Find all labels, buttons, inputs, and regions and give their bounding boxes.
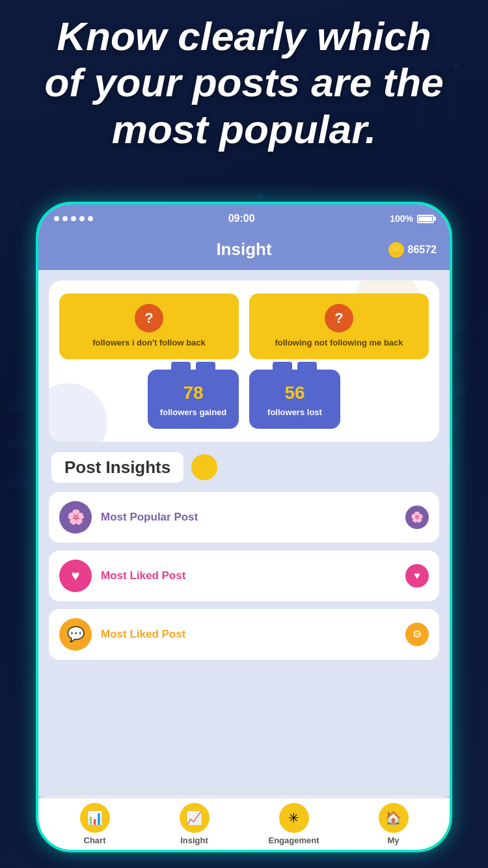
- stats-top-row: ? followers i don't follow back ? follow…: [59, 293, 429, 359]
- followers-gained-label: followers gained: [160, 407, 227, 418]
- chart-nav-label: Chart: [84, 835, 106, 845]
- svg-marker-15: [7, 468, 33, 488]
- chart-nav-icon: 📊: [80, 803, 110, 833]
- headline: Know clearly which of your posts are the…: [0, 13, 488, 152]
- my-nav-icon: 🏠: [379, 803, 409, 833]
- most-liked-post-row-pink[interactable]: ♥ Most Liked Post ♥: [49, 550, 439, 601]
- liked-post-symbol-pink: ♥: [71, 567, 79, 584]
- nav-item-insight[interactable]: 📈 Insight: [144, 803, 244, 845]
- bottom-nav: 📊 Chart 📈 Insight ✳ Engagement 🏠 My: [38, 798, 450, 850]
- status-time: 09:00: [228, 213, 255, 224]
- popular-post-symbol: 🌸: [67, 509, 85, 526]
- liked-post-label-pink: Most Liked Post: [101, 569, 185, 582]
- status-right: 100%: [390, 213, 434, 224]
- engagement-nav-label: Engagement: [268, 835, 319, 845]
- following-not-back-box[interactable]: ? following not following me back: [249, 293, 429, 359]
- following-not-back-label: following not following me back: [275, 338, 403, 349]
- nav-item-engagement[interactable]: ✳ Engagement: [244, 803, 344, 845]
- followers-not-following-label: followers i don't follow back: [92, 338, 206, 349]
- liked-post-label-yellow: Most Liked Post: [101, 628, 185, 641]
- coin-icon: 🪙: [388, 242, 404, 258]
- app-title: Insight: [216, 239, 271, 260]
- my-nav-label: My: [387, 835, 399, 845]
- svg-rect-19: [452, 416, 462, 426]
- app-content: ? followers i don't follow back ? follow…: [38, 270, 450, 796]
- post-insights-title: Post Insights: [51, 452, 183, 483]
- phone-frame: 09:00 100% Insight 🪙 86572 ? followers i…: [36, 202, 452, 852]
- followers-lost-label: followers lost: [267, 407, 322, 418]
- stats-bottom-row: 78 followers gained 56 followers lost: [59, 370, 429, 429]
- popular-post-icon: 🌸: [59, 501, 92, 534]
- post-insights-header: Post Insights: [49, 452, 439, 483]
- svg-rect-18: [451, 384, 463, 396]
- post-row-left-2: ♥ Most Liked Post: [59, 560, 185, 592]
- post-row-left-1: 🌸 Most Popular Post: [59, 501, 198, 534]
- most-liked-post-row-yellow[interactable]: 💬 Most Liked Post ⚙: [49, 609, 439, 660]
- popular-post-label: Most Popular Post: [101, 511, 198, 524]
- battery-icon: [417, 215, 434, 223]
- battery-percent: 100%: [390, 213, 413, 224]
- svg-point-4: [257, 192, 264, 198]
- question-icon-2: ?: [325, 304, 353, 332]
- liked-post-icon-pink: ♥: [59, 560, 92, 592]
- most-popular-post-row[interactable]: 🌸 Most Popular Post 🌸: [49, 492, 439, 543]
- svg-marker-14: [7, 429, 33, 449]
- liked-post-right-icon-pink: ♥: [405, 564, 429, 588]
- coin-amount: 86572: [408, 244, 437, 256]
- followers-gained-box[interactable]: 78 followers gained: [148, 370, 239, 429]
- app-header: Insight 🪙 86572: [38, 233, 450, 270]
- signal-dots: [54, 216, 93, 221]
- svg-marker-13: [7, 390, 33, 410]
- followers-lost-box[interactable]: 56 followers lost: [249, 370, 340, 429]
- svg-rect-17: [452, 351, 462, 361]
- popular-post-right-icon: 🌸: [405, 506, 429, 529]
- followers-not-following-box[interactable]: ? followers i don't follow back: [59, 293, 239, 359]
- followers-lost-number: 56: [284, 383, 305, 403]
- question-icon-1: ?: [135, 304, 163, 332]
- insight-nav-icon: 📈: [180, 803, 210, 833]
- liked-post-symbol-yellow: 💬: [67, 626, 85, 643]
- engagement-nav-icon: ✳: [279, 803, 309, 833]
- coin-badge: 🪙 86572: [388, 242, 437, 258]
- liked-post-right-icon-yellow: ⚙: [405, 623, 429, 646]
- followers-gained-number: 78: [183, 383, 203, 403]
- stats-card: ? followers i don't follow back ? follow…: [49, 280, 439, 442]
- status-bar: 09:00 100%: [38, 204, 450, 233]
- nav-item-chart[interactable]: 📊 Chart: [45, 803, 144, 845]
- insight-nav-label: Insight: [180, 835, 208, 845]
- liked-post-icon-yellow: 💬: [59, 618, 92, 651]
- section-dot: [191, 454, 217, 480]
- notebook-tabs-1: [171, 362, 215, 371]
- notebook-tabs-2: [273, 362, 317, 371]
- nav-item-my[interactable]: 🏠 My: [344, 803, 443, 845]
- post-row-left-3: 💬 Most Liked Post: [59, 618, 185, 651]
